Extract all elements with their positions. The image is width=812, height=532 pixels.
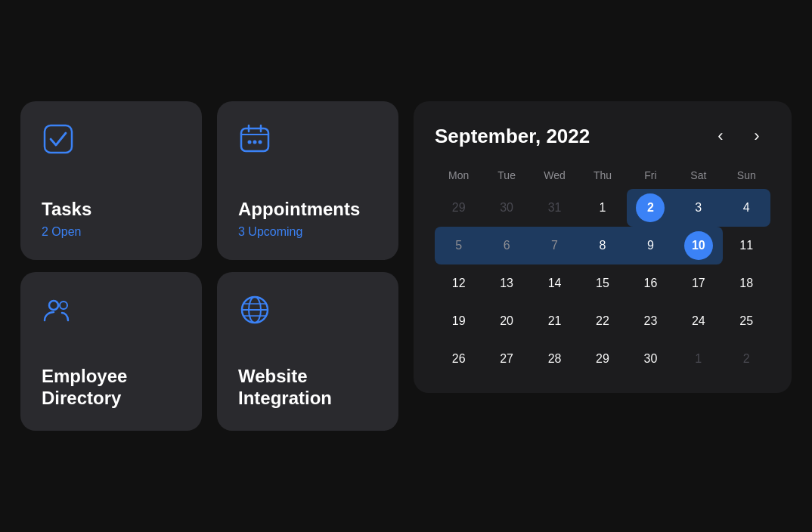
cards-left-column: Tasks 2 Open EmployeeDirectory [20,101,202,431]
day-aug30: 30 [482,189,530,227]
day-sep20: 20 [482,302,530,340]
day-sep24: 24 [674,302,722,340]
tasks-card[interactable]: Tasks 2 Open [20,101,202,260]
layout: Tasks 2 Open EmployeeDirectory [0,71,812,461]
tasks-icon [42,122,181,159]
day-sep28: 28 [531,340,578,378]
calendar-panel: September, 2022 ‹ › Mon Tue Wed Thu Fri … [414,101,792,393]
day-sep27: 27 [482,340,530,378]
employee-directory-card[interactable]: EmployeeDirectory [20,272,202,431]
scene: Tasks 2 Open EmployeeDirectory [0,0,812,532]
svg-point-8 [253,141,257,144]
tasks-title: Tasks [42,199,181,221]
day-sep23: 23 [627,302,674,340]
appointments-title: Appointments [238,199,377,221]
weekday-tue: Tue [482,165,530,189]
weekday-thu: Thu [578,165,626,189]
appointments-icon [238,122,377,159]
calendar-week-5: 26 27 28 29 30 1 2 [435,340,770,378]
next-month-button[interactable]: › [743,122,770,150]
day-sep13: 13 [482,264,530,302]
calendar-week-1: 29 30 31 1 2 3 4 [435,189,770,227]
svg-rect-3 [241,128,268,151]
day-sep5: 5 [435,227,482,264]
day-sep16: 16 [627,264,674,302]
svg-point-7 [248,141,252,144]
day-sep18: 18 [723,264,770,302]
day-sep29: 29 [578,340,626,378]
prev-month-button[interactable]: ‹ [707,122,734,150]
day-sep7: 7 [531,227,578,264]
day-sep4: 4 [723,189,770,227]
day-aug31: 31 [531,189,578,227]
weekday-sun: Sun [723,165,770,189]
employee-icon [42,293,181,329]
weekday-fri: Fri [627,165,674,189]
day-oct2: 2 [723,340,770,378]
calendar-navigation: ‹ › [707,122,770,150]
day-sep10: 10 [674,227,722,264]
day-sep6: 6 [482,227,530,264]
website-title: WebsiteIntegration [238,366,377,410]
weekday-sat: Sat [674,165,722,189]
svg-point-9 [259,141,262,144]
svg-point-1 [49,301,58,310]
day-sep1: 1 [578,189,626,227]
day-sep21: 21 [531,302,578,340]
tasks-subtitle: 2 Open [42,225,181,239]
calendar-month-year: September, 2022 [435,125,590,148]
weekday-mon: Mon [435,165,482,189]
cards-right-column: Appointments 3 Upcoming WebsiteIntegrati… [217,101,398,431]
svg-point-2 [60,302,67,309]
calendar-header: September, 2022 ‹ › [435,122,770,150]
day-sep19: 19 [435,302,482,340]
calendar-week-4: 19 20 21 22 23 24 25 [435,302,770,340]
day-sep3: 3 [674,189,722,227]
calendar-week-3: 12 13 14 15 16 17 18 [435,264,770,302]
appointments-card[interactable]: Appointments 3 Upcoming [217,101,398,260]
employee-title: EmployeeDirectory [42,366,181,410]
day-aug29: 29 [435,189,482,227]
svg-rect-0 [45,125,72,153]
day-sep22: 22 [578,302,626,340]
day-sep2: 2 [627,189,674,227]
calendar-week-2: 5 6 7 8 9 10 11 [435,227,770,264]
day-sep14: 14 [531,264,578,302]
calendar-grid: Mon Tue Wed Thu Fri Sat Sun 29 30 31 [435,165,770,378]
day-sep25: 25 [723,302,770,340]
appointments-subtitle: 3 Upcoming [238,225,377,239]
day-sep15: 15 [578,264,626,302]
day-sep26: 26 [435,340,482,378]
day-oct1: 1 [674,340,722,378]
calendar-weekdays-row: Mon Tue Wed Thu Fri Sat Sun [435,165,770,189]
day-sep9: 9 [627,227,674,264]
weekday-wed: Wed [531,165,578,189]
day-sep17: 17 [674,264,722,302]
website-integration-card[interactable]: WebsiteIntegration [217,272,398,431]
website-icon [238,293,377,329]
day-sep8: 8 [578,227,626,264]
day-sep11: 11 [723,227,770,264]
day-sep12: 12 [435,264,482,302]
day-sep30: 30 [627,340,674,378]
